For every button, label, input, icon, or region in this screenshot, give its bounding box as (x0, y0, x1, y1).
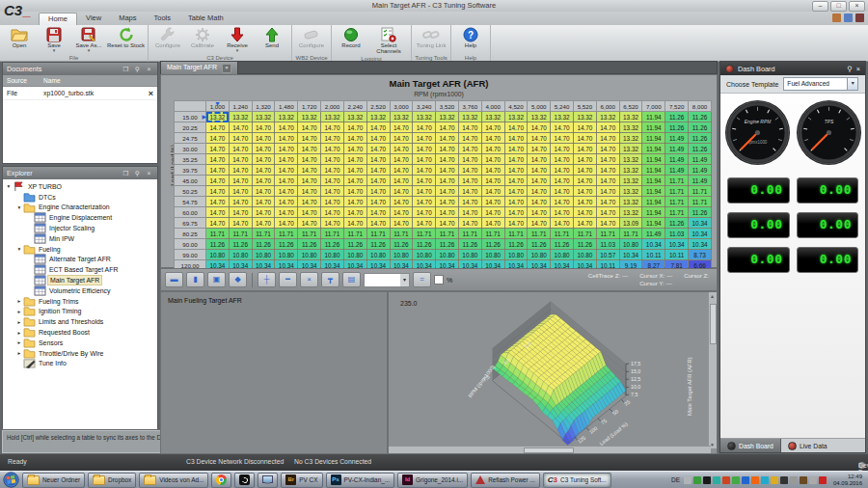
maximize-button[interactable]: □ (830, 1, 847, 12)
cell-6-10[interactable]: 14.70 (436, 176, 459, 186)
cell-10-14[interactable]: 14.70 (528, 218, 551, 229)
corner-icon-2[interactable] (844, 14, 853, 22)
tree-item-limits-and-thresholds[interactable]: ▸Limits and Thresholds (3, 316, 157, 327)
cell-10-9[interactable]: 14.70 (413, 218, 436, 229)
cell-5-19[interactable]: 11.94 (642, 165, 665, 176)
tab-main-target-afr[interactable]: Main Target AFR × (161, 62, 238, 74)
tray-icon-10[interactable] (771, 476, 778, 484)
cell-0-5[interactable]: 13.32 (321, 112, 344, 122)
cell-6-15[interactable]: 14.70 (551, 176, 574, 186)
cell-3-4[interactable]: 14.70 (298, 144, 321, 154)
cell-11-16[interactable]: 11.71 (574, 229, 597, 239)
cell-11-7[interactable]: 11.71 (366, 229, 390, 239)
cell-0-2[interactable]: 13.32 (252, 112, 275, 122)
cell-1-13[interactable]: 14.70 (504, 122, 528, 133)
cell-4-18[interactable]: 13.32 (619, 154, 642, 165)
minimize-button[interactable]: – (812, 1, 828, 12)
column-header-4-520[interactable]: 4,520 (504, 101, 528, 112)
taskbar-item-network[interactable] (258, 473, 278, 488)
cell-4-1[interactable]: 14.70 (229, 154, 252, 165)
cell-7-4[interactable]: 14.70 (298, 186, 321, 197)
cell-4-16[interactable]: 14.70 (574, 154, 597, 165)
cell-8-6[interactable]: 14.70 (343, 197, 366, 207)
cell-3-19[interactable]: 11.94 (642, 144, 665, 154)
cell-0-19[interactable]: 11.94 (642, 112, 665, 122)
cell-0-16[interactable]: 13.32 (574, 112, 597, 122)
cell-10-13[interactable]: 14.70 (504, 218, 528, 229)
cell-4-7[interactable]: 14.70 (366, 154, 390, 165)
cell-13-11[interactable]: 10.80 (458, 250, 481, 260)
column-header-3-000[interactable]: 3,000 (390, 101, 413, 112)
cell-8-11[interactable]: 14.70 (458, 197, 481, 207)
cell-13-6[interactable]: 10.80 (343, 250, 366, 260)
cell-11-0[interactable]: 11.71 (206, 229, 230, 239)
close-panel-icon[interactable]: × (856, 65, 860, 73)
tray-icon-5[interactable] (722, 476, 730, 484)
cell-5-12[interactable]: 14.70 (481, 165, 504, 176)
cell-4-10[interactable]: 14.70 (436, 154, 459, 165)
cell-6-16[interactable]: 14.70 (574, 176, 597, 186)
cell-12-15[interactable]: 11.26 (551, 239, 574, 250)
cell-13-13[interactable]: 10.80 (504, 250, 528, 260)
cell-13-4[interactable]: 10.80 (298, 250, 321, 260)
cell-5-21[interactable]: 11.49 (689, 165, 712, 176)
cell-5-4[interactable]: 14.70 (298, 165, 321, 176)
cell-10-18[interactable]: 13.09 (619, 218, 642, 229)
row-header-45-00[interactable]: 45.00 (175, 176, 206, 186)
cell-5-6[interactable]: 14.70 (343, 165, 366, 176)
taskbar-item-reflash-power[interactable]: Reflash Power ... (471, 473, 540, 488)
cell-7-6[interactable]: 14.70 (343, 186, 366, 197)
cell-7-12[interactable]: 14.70 (481, 186, 504, 197)
cell-12-6[interactable]: 11.26 (343, 239, 366, 250)
cell-11-11[interactable]: 11.71 (458, 229, 481, 239)
cell-9-14[interactable]: 14.70 (528, 207, 551, 218)
cell-6-11[interactable]: 14.70 (458, 176, 481, 186)
cell-2-4[interactable]: 14.70 (298, 133, 321, 144)
cell-5-18[interactable]: 13.32 (619, 165, 642, 176)
cell-5-5[interactable]: 14.70 (321, 165, 344, 176)
cell-13-14[interactable]: 10.80 (528, 250, 551, 260)
tray-icon-3[interactable] (703, 476, 711, 484)
cell-4-8[interactable]: 14.70 (390, 154, 413, 165)
taskbar-clock[interactable]: 12:49 04.09.2016 (828, 474, 865, 487)
cell-13-10[interactable]: 10.80 (436, 250, 459, 260)
column-header-7-520[interactable]: 7,520 (665, 101, 689, 112)
cell-8-8[interactable]: 14.70 (390, 197, 413, 207)
cell-9-0[interactable]: 14.70 (206, 207, 230, 218)
cell-7-20[interactable]: 11.71 (665, 186, 689, 197)
cell-7-11[interactable]: 14.70 (458, 186, 481, 197)
row-header-50-25[interactable]: 50.25 (175, 186, 206, 197)
cell-1-2[interactable]: 14.70 (252, 122, 275, 133)
cell-6-3[interactable]: 14.70 (275, 176, 298, 186)
close-panel-icon[interactable]: × (145, 167, 153, 179)
column-header-1-720[interactable]: 1,720 (298, 101, 321, 112)
cell-10-16[interactable]: 14.70 (574, 218, 597, 229)
cell-8-16[interactable]: 14.70 (574, 197, 597, 207)
cell-4-17[interactable]: 14.70 (596, 154, 619, 165)
cell-5-14[interactable]: 14.70 (528, 165, 551, 176)
tree-item-main-target-afr[interactable]: Main Target AFR (3, 275, 157, 285)
cell-12-7[interactable]: 11.26 (366, 239, 390, 250)
cell-8-5[interactable]: 14.70 (321, 197, 344, 207)
cell-13-7[interactable]: 10.80 (366, 250, 390, 260)
cell-1-15[interactable]: 14.70 (551, 122, 574, 133)
taskbar-item-chrome[interactable] (211, 473, 231, 488)
cell-9-13[interactable]: 14.70 (504, 207, 528, 218)
cell-3-1[interactable]: 14.70 (229, 144, 252, 154)
cell-13-0[interactable]: 10.80 (206, 250, 230, 260)
cell-7-10[interactable]: 14.70 (436, 186, 459, 197)
cell-10-8[interactable]: 14.70 (390, 218, 413, 229)
taskbar-item-c3-tuning-soft[interactable]: C3C3 Tuning Soft... (543, 473, 611, 488)
cell-7-3[interactable]: 14.70 (275, 186, 298, 197)
cell-4-21[interactable]: 11.49 (689, 154, 712, 165)
column-header-1-240[interactable]: 1,240 (229, 101, 252, 112)
cell-0-13[interactable]: 13.32 (504, 112, 528, 122)
taskbar-item-dropbox[interactable]: Dropbox (88, 473, 136, 488)
value-combo[interactable] (364, 273, 410, 287)
cell-8-18[interactable]: 13.32 (619, 197, 642, 207)
cell-1-7[interactable]: 14.70 (366, 122, 390, 133)
cell-3-0[interactable]: 14.70 (206, 144, 230, 154)
tree-item-fueling-trims[interactable]: ▸Fueling Trims (3, 296, 157, 307)
cell-0-0[interactable]: 13.32 (206, 112, 230, 122)
cell-0-9[interactable]: 13.32 (413, 112, 436, 122)
